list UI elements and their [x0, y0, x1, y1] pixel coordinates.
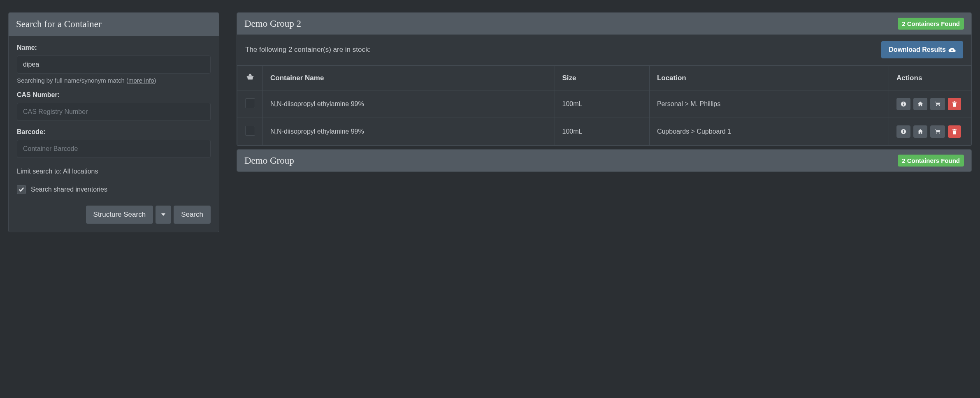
trash-icon — [952, 129, 957, 134]
group-heading[interactable]: Demo Group 2 Containers Found — [237, 150, 971, 171]
caret-down-icon — [161, 213, 165, 216]
trash-icon — [952, 101, 957, 107]
table-row: N,N-diisopropyl ethylamine 99% 100mL Cup… — [237, 118, 971, 146]
cart-icon — [934, 129, 941, 134]
home-button[interactable] — [913, 125, 927, 138]
shared-inventories-checkbox[interactable] — [17, 185, 26, 194]
name-help-suffix: ) — [154, 77, 156, 84]
svg-rect-4 — [903, 131, 904, 133]
group-title: Demo Group 2 — [244, 19, 301, 29]
info-icon — [901, 101, 906, 107]
svg-rect-1 — [903, 104, 904, 105]
name-help-text: Searching by full name/synonym match (mo… — [17, 77, 211, 84]
location-header: Location — [649, 66, 889, 90]
cloud-download-icon — [948, 47, 956, 53]
containers-found-badge: 2 Containers Found — [898, 155, 964, 167]
download-results-label: Download Results — [889, 46, 946, 53]
row-checkbox[interactable] — [245, 126, 255, 136]
cell-size: 100mL — [555, 118, 649, 146]
result-group: Demo Group 2 2 Containers Found The foll… — [237, 12, 972, 146]
info-button[interactable] — [896, 125, 910, 138]
result-group: Demo Group 2 Containers Found — [237, 149, 972, 172]
actions-header: Actions — [889, 66, 971, 90]
cart-button[interactable] — [930, 125, 945, 138]
more-info-link[interactable]: more info — [128, 77, 154, 84]
containers-found-badge: 2 Containers Found — [898, 18, 964, 30]
cas-input[interactable] — [17, 103, 211, 121]
cell-location: Personal > M. Phillips — [649, 90, 889, 118]
barcode-label: Barcode: — [17, 128, 211, 136]
cell-size: 100mL — [555, 90, 649, 118]
home-icon — [917, 101, 923, 107]
row-checkbox[interactable] — [245, 98, 255, 108]
table-row: N,N-diisopropyl ethylamine 99% 100mL Per… — [237, 90, 971, 118]
name-label: Name: — [17, 44, 211, 51]
limit-locations-link[interactable]: All locations — [63, 168, 98, 175]
download-results-button[interactable]: Download Results — [881, 41, 963, 58]
name-help-prefix: Searching by full name/synonym match ( — [17, 77, 128, 84]
cart-button[interactable] — [930, 98, 945, 110]
name-input[interactable] — [17, 56, 211, 74]
basket-icon — [246, 73, 254, 81]
structure-search-dropdown[interactable] — [156, 206, 171, 224]
delete-button[interactable] — [948, 125, 961, 138]
search-button[interactable]: Search — [174, 206, 211, 224]
search-panel-title: Search for a Container — [9, 13, 219, 36]
home-icon — [917, 129, 923, 134]
limit-prefix: Limit search to: — [17, 168, 63, 175]
group-heading[interactable]: Demo Group 2 2 Containers Found — [237, 13, 971, 35]
barcode-input[interactable] — [17, 140, 211, 158]
search-panel: Search for a Container Name: Searching b… — [8, 12, 219, 232]
cart-icon — [934, 101, 941, 107]
svg-rect-2 — [903, 103, 904, 104]
size-header: Size — [555, 66, 649, 90]
limit-search-row: Limit search to: All locations — [17, 168, 211, 175]
svg-rect-5 — [903, 130, 904, 131]
cas-label: CAS Number: — [17, 91, 211, 99]
cell-name: N,N-diisopropyl ethylamine 99% — [263, 90, 555, 118]
info-icon — [901, 129, 906, 134]
group-subheading: The following 2 container(s) are in stoc… — [237, 35, 971, 65]
results-column: Demo Group 2 2 Containers Found The foll… — [237, 12, 972, 175]
stock-message: The following 2 container(s) are in stoc… — [245, 46, 371, 54]
group-title: Demo Group — [244, 155, 294, 166]
results-table: Container Name Size Location Actions N,N… — [237, 65, 971, 146]
shared-inventories-label: Search shared inventories — [31, 186, 107, 193]
info-button[interactable] — [896, 98, 910, 110]
check-icon — [19, 187, 24, 192]
name-header: Container Name — [263, 66, 555, 90]
structure-search-button[interactable]: Structure Search — [86, 206, 153, 224]
cell-name: N,N-diisopropyl ethylamine 99% — [263, 118, 555, 146]
delete-button[interactable] — [948, 98, 961, 110]
home-button[interactable] — [913, 98, 927, 110]
cell-location: Cupboards > Cupboard 1 — [649, 118, 889, 146]
select-all-header[interactable] — [237, 66, 263, 90]
